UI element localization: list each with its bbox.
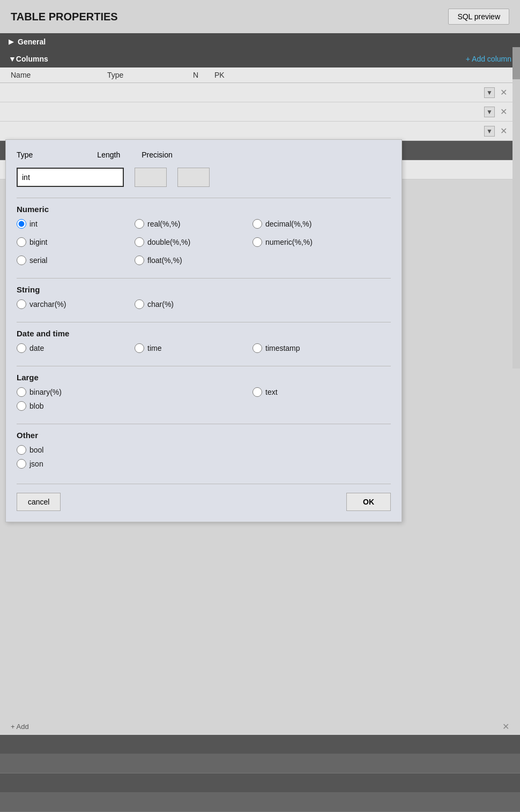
- radio-numeric-input[interactable]: [252, 237, 262, 247]
- radio-int-label: int: [29, 220, 38, 228]
- radio-timestamp-label: timestamp: [265, 344, 300, 352]
- radio-json[interactable]: json: [17, 459, 135, 469]
- row-remove-3[interactable]: ✕: [498, 125, 509, 137]
- page-title: TABLE PROPERTIES: [11, 11, 118, 23]
- general-section-bar[interactable]: ▶ General: [0, 33, 520, 50]
- dark-row-2: [0, 754, 520, 773]
- string-section-title: String: [17, 285, 391, 294]
- radio-bigint[interactable]: bigint: [17, 237, 135, 247]
- cancel-button[interactable]: cancel: [17, 493, 61, 511]
- type-popup-header: Type Length Precision: [17, 151, 391, 159]
- radio-date-label: date: [29, 344, 44, 352]
- radio-binary[interactable]: binary(%): [17, 387, 135, 397]
- radio-text[interactable]: text: [252, 387, 370, 397]
- row-remove-2[interactable]: ✕: [498, 106, 509, 118]
- radio-bool[interactable]: bool: [17, 445, 135, 455]
- general-arrow-icon: ▶: [9, 38, 13, 46]
- bottom-rows: + Add ✕: [0, 718, 520, 812]
- numeric-section: Numeric int real(%,%) decimal(%,%) bigin…: [17, 198, 391, 269]
- radio-double[interactable]: double(%,%): [135, 237, 252, 247]
- columns-arrow-icon: ▼: [9, 55, 16, 63]
- radio-bool-label: bool: [29, 446, 43, 454]
- radio-float[interactable]: float(%,%): [135, 255, 252, 265]
- radio-bool-input[interactable]: [17, 445, 26, 455]
- general-section-label: General: [18, 37, 46, 46]
- large-section: Large binary(%) text blob: [17, 366, 391, 415]
- numeric-section-title: Numeric: [17, 205, 391, 214]
- add-row-area: + Add ✕: [0, 718, 520, 735]
- radio-date-input[interactable]: [17, 343, 26, 353]
- datetime-section-title: Date and time: [17, 329, 391, 338]
- radio-bigint-input[interactable]: [17, 237, 26, 247]
- radio-char-label: char(%): [147, 300, 174, 309]
- radio-date[interactable]: date: [17, 343, 135, 353]
- radio-timestamp-input[interactable]: [252, 343, 262, 353]
- radio-int[interactable]: int: [17, 219, 135, 229]
- popup-footer: cancel OK: [17, 484, 391, 511]
- large-options: binary(%) text: [17, 387, 391, 401]
- radio-real-input[interactable]: [135, 219, 144, 229]
- radio-serial[interactable]: serial: [17, 255, 135, 265]
- radio-int-input[interactable]: [17, 219, 26, 229]
- add-column-button[interactable]: + Add column: [466, 55, 511, 63]
- ok-button[interactable]: OK: [346, 493, 391, 511]
- radio-time-label: time: [147, 344, 161, 352]
- radio-blob[interactable]: blob: [17, 401, 135, 411]
- large-options-row2: blob: [17, 401, 391, 415]
- other-section-title: Other: [17, 431, 391, 440]
- main-panel: TABLE PROPERTIES SQL preview ▶ General ▼…: [0, 0, 520, 812]
- precision-input[interactable]: [177, 168, 210, 187]
- columns-section-label: Columns: [16, 55, 48, 63]
- radio-blob-input[interactable]: [17, 401, 26, 411]
- radio-char-input[interactable]: [135, 299, 144, 309]
- radio-time[interactable]: time: [135, 343, 252, 353]
- radio-time-input[interactable]: [135, 343, 144, 353]
- radio-text-label: text: [265, 388, 278, 396]
- radio-numeric[interactable]: numeric(%,%): [252, 237, 370, 247]
- radio-binary-label: binary(%): [29, 388, 62, 396]
- scrollbar-track[interactable]: [512, 47, 520, 369]
- radio-char[interactable]: char(%): [135, 299, 252, 309]
- table-row: ▼ ✕: [0, 122, 520, 141]
- radio-decimal[interactable]: decimal(%,%): [252, 219, 370, 229]
- radio-serial-label: serial: [29, 256, 47, 265]
- radio-float-input[interactable]: [135, 255, 144, 265]
- radio-timestamp[interactable]: timestamp: [252, 343, 370, 353]
- type-text-field[interactable]: [17, 168, 124, 187]
- table-header: Name Type N PK: [0, 67, 520, 83]
- radio-real-label: real(%,%): [147, 220, 180, 228]
- radio-serial-input[interactable]: [17, 255, 26, 265]
- sql-preview-button[interactable]: SQL preview: [448, 9, 509, 25]
- string-options: varchar(%) char(%): [17, 299, 391, 313]
- radio-decimal-label: decimal(%,%): [265, 220, 311, 228]
- table-row: ▼ ✕: [0, 83, 520, 102]
- other-options: bool: [17, 445, 391, 459]
- dark-row-1: [0, 735, 520, 754]
- numeric-options: int real(%,%) decimal(%,%) bigint double…: [17, 219, 391, 269]
- radio-real[interactable]: real(%,%): [135, 219, 252, 229]
- add-row-button[interactable]: + Add: [11, 723, 29, 731]
- row-remove-1[interactable]: ✕: [498, 86, 509, 99]
- radio-varchar-input[interactable]: [17, 299, 26, 309]
- columns-section-bar[interactable]: ▼ Columns + Add column: [0, 50, 520, 67]
- radio-text-input[interactable]: [252, 387, 262, 397]
- row-dropdown-1[interactable]: ▼: [484, 87, 495, 98]
- length-input[interactable]: [135, 168, 167, 187]
- type-input-row: [17, 168, 391, 187]
- radio-decimal-input[interactable]: [252, 219, 262, 229]
- radio-json-input[interactable]: [17, 459, 26, 469]
- radio-bigint-label: bigint: [29, 238, 47, 246]
- scrollbar-thumb[interactable]: [512, 47, 520, 79]
- radio-binary-input[interactable]: [17, 387, 26, 397]
- datetime-section: Date and time date time timestamp: [17, 322, 391, 357]
- row-dropdown-2[interactable]: ▼: [484, 107, 495, 117]
- remove-row-button[interactable]: ✕: [500, 720, 520, 733]
- radio-double-input[interactable]: [135, 237, 144, 247]
- large-section-title: Large: [17, 373, 391, 382]
- dark-row-4: [0, 793, 520, 812]
- col-header-name: Name: [0, 71, 107, 79]
- dark-row-3: [0, 773, 520, 793]
- radio-varchar[interactable]: varchar(%): [17, 299, 135, 309]
- row-dropdown-3[interactable]: ▼: [484, 126, 495, 137]
- radio-float-label: float(%,%): [147, 256, 182, 265]
